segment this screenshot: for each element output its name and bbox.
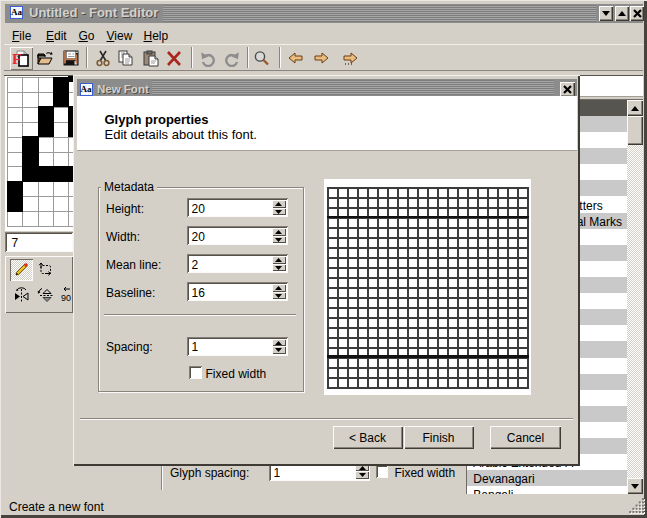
svg-text:90: 90 (61, 293, 71, 303)
svg-text:F: F (12, 51, 21, 67)
